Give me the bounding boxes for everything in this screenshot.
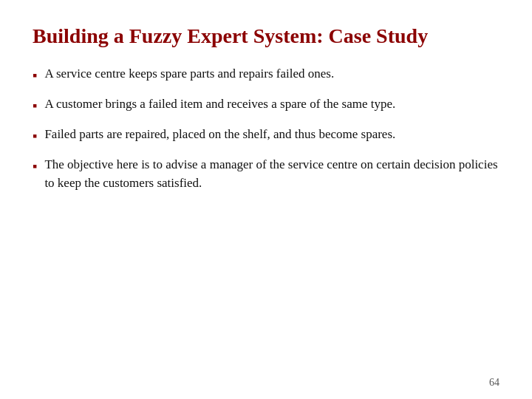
bullet-text-3: Failed parts are repaired, placed on the… [44, 126, 499, 144]
bullet-list: ▪ A service centre keeps spare parts and… [33, 65, 499, 381]
page-number: 64 [489, 377, 499, 389]
slide: Building a Fuzzy Expert System: Case Stu… [0, 0, 532, 399]
bullet-marker-3: ▪ [33, 126, 37, 146]
bullet-text-1: A service centre keeps spare parts and r… [44, 65, 499, 83]
bullet-marker-2: ▪ [33, 96, 37, 115]
bullet-text-2: A customer brings a failed item and rece… [44, 95, 499, 114]
bullet-item-1: ▪ A service centre keeps spare parts and… [33, 65, 499, 85]
bullet-text-4: The objective here is to advise a manage… [44, 156, 499, 192]
slide-title: Building a Fuzzy Expert System: Case Stu… [33, 24, 499, 49]
bullet-marker-4: ▪ [33, 157, 37, 176]
bullet-item-3: ▪ Failed parts are repaired, placed on t… [33, 126, 499, 146]
bullet-item-2: ▪ A customer brings a failed item and re… [33, 95, 499, 115]
bullet-item-4: ▪ The objective here is to advise a mana… [33, 156, 499, 192]
bullet-marker-1: ▪ [33, 66, 37, 85]
